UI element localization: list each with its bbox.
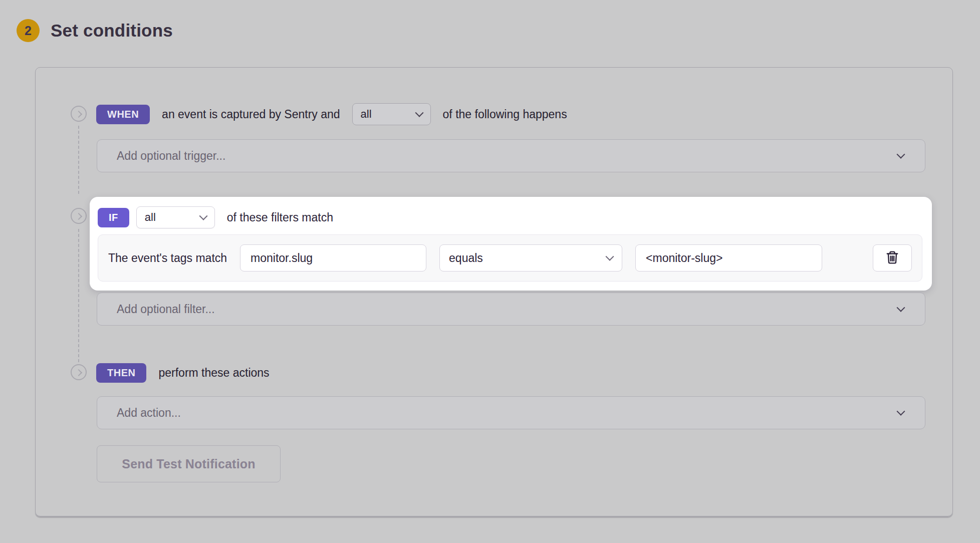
add-optional-filter-placeholder: Add optional filter...	[117, 303, 215, 316]
filter-comparison-value: equals	[449, 251, 483, 265]
delete-filter-button[interactable]	[873, 244, 912, 272]
then-step-chevron-icon	[71, 364, 87, 380]
chevron-down-icon	[897, 304, 905, 312]
add-optional-trigger-dropdown[interactable]: Add optional trigger...	[97, 139, 925, 172]
if-match-select-value: all	[145, 211, 156, 224]
if-match-select[interactable]: all	[136, 206, 215, 228]
if-row: IF all of these filters match	[98, 206, 338, 229]
if-filter-card: IF all of these filters match The event'…	[90, 197, 932, 291]
then-badge: THEN	[96, 363, 146, 383]
chevron-down-icon	[199, 212, 207, 220]
chevron-down-icon	[897, 407, 905, 416]
filter-comparison-select[interactable]: equals	[439, 244, 622, 272]
page-title: Set conditions	[51, 21, 173, 41]
when-match-select-value: all	[361, 108, 372, 121]
if-badge: IF	[98, 208, 129, 227]
connector-dash-line	[78, 229, 79, 362]
section-header: 2 Set conditions	[17, 19, 173, 42]
filter-condition-row: The event's tags match equals	[98, 234, 922, 282]
chevron-down-icon	[897, 150, 905, 159]
trash-icon	[885, 250, 899, 266]
connector-dash-line	[78, 126, 79, 194]
chevron-down-icon	[606, 252, 614, 261]
send-test-notification-button[interactable]: Send Test Notification	[97, 445, 281, 482]
when-match-select[interactable]: all	[352, 103, 431, 125]
if-text-after: of these filters match	[227, 211, 333, 224]
add-action-dropdown[interactable]: Add action...	[97, 396, 925, 429]
add-optional-trigger-placeholder: Add optional trigger...	[117, 149, 225, 163]
add-action-placeholder: Add action...	[117, 406, 181, 420]
then-row: THEN perform these actions	[96, 361, 275, 384]
filter-value-input[interactable]	[635, 244, 822, 272]
set-conditions-screen: 2 Set conditions WHEN an event is captur…	[0, 0, 980, 543]
when-row: WHEN an event is captured by Sentry and …	[96, 103, 572, 126]
then-text-after: perform these actions	[158, 366, 269, 380]
add-optional-filter-dropdown[interactable]: Add optional filter...	[97, 293, 925, 326]
step-number-badge: 2	[17, 19, 40, 42]
if-step-chevron-icon	[71, 208, 87, 224]
when-badge: WHEN	[96, 105, 150, 124]
when-text-after: of the following happens	[443, 108, 567, 121]
chevron-down-icon	[415, 109, 423, 117]
filter-label: The event's tags match	[108, 251, 227, 265]
when-step-chevron-icon	[71, 106, 87, 122]
conditions-panel: WHEN an event is captured by Sentry and …	[35, 67, 953, 516]
filter-key-input[interactable]	[240, 244, 426, 272]
when-text-before: an event is captured by Sentry and	[162, 108, 340, 121]
